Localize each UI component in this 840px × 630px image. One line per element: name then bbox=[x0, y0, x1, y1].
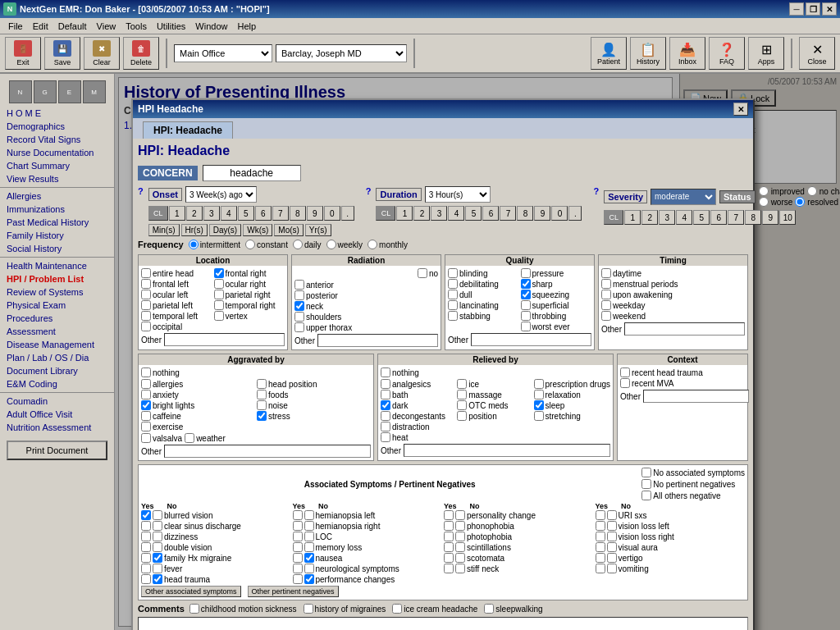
close-button[interactable]: ✕ bbox=[822, 2, 837, 16]
menu-utilities[interactable]: Utilities bbox=[152, 20, 190, 33]
onset-btn-1[interactable]: 1 bbox=[169, 206, 185, 221]
menu-edit[interactable]: Edit bbox=[28, 20, 53, 33]
context-other-input[interactable] bbox=[643, 390, 749, 403]
quality-other-input[interactable] bbox=[471, 333, 591, 346]
menu-default[interactable]: Default bbox=[53, 20, 92, 33]
sidebar-item-pe[interactable]: Physical Exam bbox=[0, 299, 114, 312]
location-other-input[interactable] bbox=[164, 333, 285, 346]
delete-button[interactable]: 🗑 Delete bbox=[123, 37, 159, 70]
help-severity-icon[interactable]: ? bbox=[593, 186, 599, 196]
sev-cl-btn[interactable]: CL bbox=[604, 210, 623, 225]
sidebar-item-procedures[interactable]: Procedures bbox=[0, 312, 114, 325]
onset-days[interactable]: Day(s) bbox=[209, 224, 241, 236]
onset-select[interactable]: 3 Week(s) ago bbox=[185, 186, 257, 203]
onset-btn-2[interactable]: 2 bbox=[186, 206, 203, 221]
sidebar-item-plan[interactable]: Plan / Lab / OS / Dia bbox=[0, 351, 114, 364]
other-pertinent-button[interactable]: Other pertinent negatives bbox=[248, 586, 339, 597]
sidebar-item-doclib[interactable]: Document Library bbox=[0, 364, 114, 377]
menu-window[interactable]: Window bbox=[190, 20, 232, 33]
sidebar-item-ros[interactable]: Review of Systems bbox=[0, 285, 114, 299]
dur-btn-1[interactable]: 1 bbox=[396, 206, 413, 221]
onset-wks[interactable]: Wk(s) bbox=[243, 224, 272, 236]
rel-other-input[interactable] bbox=[404, 444, 610, 457]
sev-btn-3[interactable]: 3 bbox=[659, 210, 675, 225]
sidebar-item-demographics[interactable]: Demographics bbox=[0, 120, 114, 133]
status-radio-worse[interactable] bbox=[759, 197, 769, 207]
onset-hrs[interactable]: Hr(s) bbox=[181, 224, 208, 236]
dur-btn-3[interactable]: 3 bbox=[431, 206, 447, 221]
sev-btn-6[interactable]: 6 bbox=[710, 210, 727, 225]
sidebar-item-immunizations[interactable]: Immunizations bbox=[0, 203, 114, 216]
sidebar-item-nurse-doc[interactable]: Nurse Documentation bbox=[0, 146, 114, 159]
sidebar-item-allergies[interactable]: Allergies bbox=[0, 189, 114, 203]
onset-yrs[interactable]: Yr(s) bbox=[305, 224, 331, 236]
sev-btn-2[interactable]: 2 bbox=[641, 210, 658, 225]
dur-btn-8[interactable]: 8 bbox=[517, 206, 533, 221]
sev-btn-5[interactable]: 5 bbox=[693, 210, 710, 225]
status-radio-improved[interactable] bbox=[759, 186, 769, 196]
onset-btn-9[interactable]: 9 bbox=[307, 206, 323, 221]
menu-help[interactable]: Help bbox=[232, 20, 261, 33]
sidebar-item-disease[interactable]: Disease Management bbox=[0, 338, 114, 351]
dur-btn-0[interactable]: 0 bbox=[551, 206, 568, 221]
sidebar-item-vitals[interactable]: Record Vital Signs bbox=[0, 133, 114, 146]
sidebar-item-assessment[interactable]: Assessment bbox=[0, 325, 114, 338]
onset-cl-btn[interactable]: CL bbox=[148, 206, 168, 221]
dur-cl-btn[interactable]: CL bbox=[376, 206, 395, 221]
sidebar-item-em[interactable]: E&M Coding bbox=[0, 377, 114, 390]
sev-btn-8[interactable]: 8 bbox=[745, 210, 761, 225]
sidebar-item-health[interactable]: Health Maintenance bbox=[0, 259, 114, 272]
patient-button[interactable]: 👤 Patient bbox=[591, 37, 627, 70]
dur-btn-2[interactable]: 2 bbox=[413, 206, 430, 221]
sidebar-item-pmh[interactable]: Past Medical History bbox=[0, 216, 114, 229]
modal-close-button[interactable]: ✕ bbox=[733, 103, 748, 116]
dur-btn-4[interactable]: 4 bbox=[448, 206, 464, 221]
faq-button[interactable]: ❓ FAQ bbox=[709, 37, 745, 70]
print-document-button[interactable]: Print Document bbox=[7, 441, 107, 460]
menu-tools[interactable]: Tools bbox=[121, 20, 152, 33]
minimize-button[interactable]: ─ bbox=[789, 2, 804, 16]
dur-btn-9[interactable]: 9 bbox=[534, 206, 550, 221]
dur-btn-7[interactable]: 7 bbox=[500, 206, 516, 221]
dur-btn-dot[interactable]: . bbox=[568, 206, 582, 221]
sidebar-item-home[interactable]: H O M E bbox=[0, 107, 114, 120]
sev-btn-7[interactable]: 7 bbox=[728, 210, 744, 225]
sidebar-item-coumadin[interactable]: Coumadin bbox=[0, 395, 114, 408]
sev-btn-4[interactable]: 4 bbox=[676, 210, 692, 225]
onset-mins[interactable]: Min(s) bbox=[148, 224, 180, 236]
other-associated-button[interactable]: Other associated symptoms bbox=[141, 586, 241, 597]
menu-file[interactable]: File bbox=[3, 20, 28, 33]
modal-tab[interactable]: HPI: Headache bbox=[143, 121, 233, 139]
onset-btn-8[interactable]: 8 bbox=[290, 206, 306, 221]
close-toolbar-button[interactable]: ✕ Close bbox=[799, 37, 835, 70]
clear-button[interactable]: ✖ Clear bbox=[84, 37, 120, 70]
radiation-other-input[interactable] bbox=[317, 334, 438, 347]
sidebar-item-family[interactable]: Family History bbox=[0, 229, 114, 242]
onset-btn-5[interactable]: 5 bbox=[238, 206, 254, 221]
sev-btn-10[interactable]: 10 bbox=[779, 210, 796, 225]
status-radio-nochange[interactable] bbox=[807, 186, 817, 196]
onset-btn-7[interactable]: 7 bbox=[272, 206, 289, 221]
apps-button[interactable]: ⊞ Apps bbox=[748, 37, 784, 70]
history-button[interactable]: 📋 History bbox=[630, 37, 666, 70]
exit-button[interactable]: 🚪 Exit bbox=[5, 37, 41, 70]
duration-select[interactable]: 3 Hour(s) bbox=[425, 186, 491, 203]
restore-button[interactable]: ❐ bbox=[806, 2, 820, 16]
office-select[interactable]: Main Office bbox=[174, 44, 272, 62]
sev-btn-1[interactable]: 1 bbox=[624, 210, 641, 225]
severity-select[interactable]: moderate bbox=[651, 189, 716, 205]
sidebar-item-nutrition[interactable]: Nutrition Assessment bbox=[0, 421, 114, 434]
help-duration-icon[interactable]: ? bbox=[366, 186, 372, 196]
onset-mos[interactable]: Mo(s) bbox=[274, 224, 304, 236]
comments-textarea[interactable] bbox=[138, 617, 748, 630]
save-button[interactable]: 💾 Save bbox=[44, 37, 80, 70]
onset-btn-3[interactable]: 3 bbox=[203, 206, 220, 221]
timing-other-input[interactable] bbox=[624, 322, 745, 336]
agg-other-input[interactable] bbox=[164, 445, 371, 458]
onset-btn-6[interactable]: 6 bbox=[255, 206, 272, 221]
sidebar-item-results[interactable]: View Results bbox=[0, 172, 114, 185]
dur-btn-6[interactable]: 6 bbox=[482, 206, 499, 221]
sidebar-item-adult[interactable]: Adult Office Visit bbox=[0, 408, 114, 421]
sev-btn-9[interactable]: 9 bbox=[762, 210, 778, 225]
sidebar-item-hpi[interactable]: HPI / Problem List bbox=[0, 272, 114, 285]
